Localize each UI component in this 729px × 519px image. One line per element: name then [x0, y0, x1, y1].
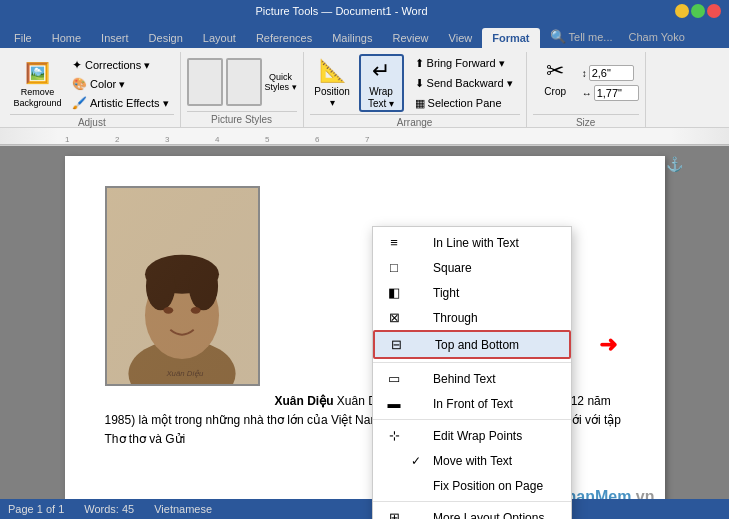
- doc-area: Xuân Diệu ⚓ Xuân Diệu Xuân Diệu (2 tháng…: [0, 146, 729, 499]
- arrange-right-buttons: ⬆ Bring Forward ▾ ⬇ Send Backward ▾ ▦ Se…: [408, 54, 520, 112]
- width-row: ↔: [582, 85, 639, 101]
- portrait-svg: Xuân Diệu: [107, 186, 258, 386]
- inline-label: In Line with Text: [433, 236, 519, 250]
- color-button[interactable]: 🎨 Color ▾: [67, 75, 174, 93]
- ruler-mark-7: 7: [365, 135, 369, 144]
- ruler-mark-3: 3: [165, 135, 169, 144]
- menu-divider-3: [373, 501, 571, 502]
- remove-bg-icon: 🖼️: [25, 61, 50, 85]
- crop-button[interactable]: ✂ Crop: [533, 54, 578, 112]
- behind-icon: ▭: [385, 371, 403, 386]
- wrap-text-label: WrapText ▾: [368, 86, 394, 110]
- corrections-button[interactable]: ✦ Corrections ▾: [67, 56, 174, 74]
- maximize-btn[interactable]: [691, 4, 705, 18]
- menu-item-inline[interactable]: ≡ In Line with Text: [373, 230, 571, 255]
- edit-wrap-icon: ⊹: [385, 428, 403, 443]
- remove-bg-label: RemoveBackground: [13, 87, 61, 109]
- picture-style-2[interactable]: [226, 58, 262, 106]
- svg-text:Xuân Diệu: Xuân Diệu: [165, 369, 204, 378]
- menu-item-fix-position[interactable]: Fix Position on Page: [373, 473, 571, 498]
- position-button[interactable]: 📐 Position ▾: [310, 54, 355, 112]
- arrange-group-label: Arrange: [310, 114, 520, 128]
- red-arrow-icon: ➜: [599, 332, 617, 358]
- artistic-label: Artistic Effects ▾: [90, 97, 169, 110]
- width-icon: ↔: [582, 88, 592, 99]
- tab-format[interactable]: Format: [482, 28, 539, 48]
- ribbon-group-arrange: 📐 Position ▾ ↵ WrapText ▾ ⬆ Bring Forwar…: [304, 52, 527, 127]
- status-words: Words: 45: [84, 503, 134, 515]
- selection-pane-button[interactable]: ▦ Selection Pane: [408, 94, 520, 112]
- tab-home[interactable]: Home: [42, 28, 91, 48]
- width-input[interactable]: [594, 85, 639, 101]
- style-boxes: [187, 58, 262, 106]
- send-backward-label: Send Backward ▾: [427, 77, 513, 90]
- remove-background-button[interactable]: 🖼️ RemoveBackground: [10, 54, 65, 112]
- picture-styles-label: Picture Styles: [187, 111, 297, 125]
- menu-item-edit-wrap[interactable]: ⊹ Edit Wrap Points: [373, 423, 571, 448]
- height-icon: ↕: [582, 68, 587, 79]
- square-label: Square: [433, 261, 472, 275]
- adjust-group-label: Adjust: [10, 114, 174, 128]
- artistic-effects-button[interactable]: 🖌️ Artistic Effects ▾: [67, 94, 174, 112]
- close-btn[interactable]: [707, 4, 721, 18]
- wrap-text-icon: ↵: [372, 58, 390, 84]
- menu-item-behind[interactable]: ▭ Behind Text: [373, 366, 571, 391]
- menu-item-more-layout[interactable]: ⊞ More Layout Options...: [373, 505, 571, 519]
- menu-divider-2: [373, 419, 571, 420]
- corrections-icon: ✦: [72, 58, 82, 72]
- color-label: Color ▾: [90, 78, 125, 91]
- top-bottom-icon: ⊟: [387, 337, 405, 352]
- minimize-btn[interactable]: [675, 4, 689, 18]
- title-bar: Picture Tools — Document1 - Word: [0, 0, 729, 22]
- ribbon: 🖼️ RemoveBackground ✦ Corrections ▾ 🎨 Co…: [0, 48, 729, 128]
- menu-item-move-with-text[interactable]: ✓ Move with Text: [373, 448, 571, 473]
- fix-position-icon: [385, 478, 403, 493]
- tab-insert[interactable]: Insert: [91, 28, 139, 48]
- in-front-label: In Front of Text: [433, 397, 513, 411]
- ribbon-group-size: ✂ Crop ↕ ↔ Size: [527, 52, 646, 127]
- tab-view[interactable]: View: [439, 28, 483, 48]
- tab-references[interactable]: References: [246, 28, 322, 48]
- menu-divider-1: [373, 362, 571, 363]
- crop-icon: ✂: [546, 58, 564, 84]
- inline-icon: ≡: [385, 235, 403, 250]
- quick-styles-button[interactable]: QuickStyles ▾: [265, 72, 297, 92]
- ribbon-tabs: File Home Insert Design Layout Reference…: [0, 22, 729, 48]
- anchor-icon: ⚓: [666, 156, 683, 172]
- menu-item-tight[interactable]: ◧ Tight: [373, 280, 571, 305]
- wrap-text-button[interactable]: ↵ WrapText ▾: [359, 54, 404, 112]
- bring-forward-icon: ⬆: [415, 57, 424, 70]
- tab-design[interactable]: Design: [139, 28, 193, 48]
- menu-item-through[interactable]: ⊠ Through: [373, 305, 571, 330]
- selection-pane-label: Selection Pane: [428, 97, 502, 109]
- tell-me[interactable]: 🔍 Tell me...: [550, 29, 613, 44]
- through-icon: ⊠: [385, 310, 403, 325]
- wrap-text-dropdown: ≡ In Line with Text □ Square ◧ Tight ⊠ T…: [372, 226, 572, 519]
- edit-wrap-label: Edit Wrap Points: [433, 429, 522, 443]
- doc-area-wrapper: Xuân Diệu ⚓ Xuân Diệu Xuân Diệu (2 tháng…: [0, 146, 729, 499]
- tab-layout[interactable]: Layout: [193, 28, 246, 48]
- position-label: Position ▾: [314, 86, 351, 108]
- height-input[interactable]: [589, 65, 634, 81]
- tight-label: Tight: [433, 286, 459, 300]
- square-icon: □: [385, 260, 403, 275]
- menu-item-top-bottom[interactable]: ⊟ Top and Bottom ➜: [373, 330, 571, 359]
- menu-item-in-front[interactable]: ▬ In Front of Text: [373, 391, 571, 416]
- user-name: Cham Yoko: [629, 31, 685, 43]
- top-bottom-label: Top and Bottom: [435, 338, 519, 352]
- menu-item-square[interactable]: □ Square: [373, 255, 571, 280]
- size-content: ✂ Crop ↕ ↔: [533, 54, 639, 112]
- tab-file[interactable]: File: [4, 28, 42, 48]
- tab-mailings[interactable]: Mailings: [322, 28, 382, 48]
- bring-forward-button[interactable]: ⬆ Bring Forward ▾: [408, 54, 520, 72]
- bring-forward-label: Bring Forward ▾: [427, 57, 505, 70]
- ruler-mark-2: 2: [115, 135, 119, 144]
- image-container[interactable]: Xuân Diệu ⚓: [105, 186, 260, 386]
- crop-label: Crop: [544, 86, 566, 97]
- picture-style-1[interactable]: [187, 58, 223, 106]
- status-page: Page 1 of 1: [8, 503, 64, 515]
- in-front-icon: ▬: [385, 396, 403, 411]
- send-backward-button[interactable]: ⬇ Send Backward ▾: [408, 74, 520, 92]
- size-inputs: ↕ ↔: [582, 65, 639, 101]
- tab-review[interactable]: Review: [383, 28, 439, 48]
